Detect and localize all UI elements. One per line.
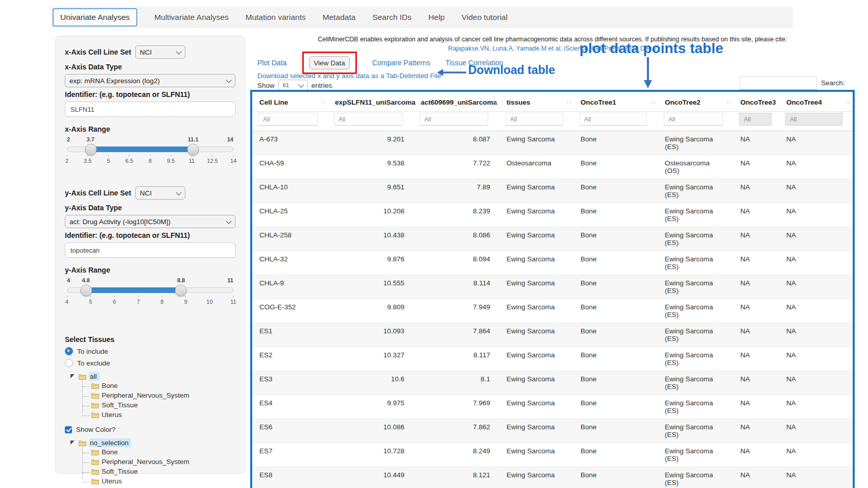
cell: NA xyxy=(779,179,853,203)
slider-handle-to[interactable] xyxy=(187,143,199,155)
y-identifier-input[interactable] xyxy=(65,242,235,258)
nav-tab-video-tutorial[interactable]: Video tutorial xyxy=(462,13,508,22)
x-cell-line-set-select[interactable]: NCI xyxy=(135,45,185,59)
cell: NA xyxy=(779,203,853,227)
x-cell-line-set-value: NCI xyxy=(140,48,152,56)
tab-compare-patterns[interactable]: Compare Patterns xyxy=(372,59,430,67)
tree-root-no-selection[interactable]: no_selection xyxy=(70,438,235,447)
filter-input-cell-line[interactable] xyxy=(258,113,318,126)
nav-tab-multivariate-analyses[interactable]: Multivariate Analyses xyxy=(154,13,229,22)
folder-icon xyxy=(79,440,86,446)
tree-node-bone[interactable]: Bone xyxy=(82,381,235,391)
y-cell-line-set-value: NCI xyxy=(140,189,152,197)
radio-option-to-include[interactable]: To include xyxy=(65,347,235,355)
column-header-oncotree4[interactable]: OncoTree4↑↓ xyxy=(779,92,853,112)
table-header-row: Cell Line↑↓expSLFN11_uniSarcoma↑↓act6096… xyxy=(252,92,853,112)
tab-view-data[interactable]: View Data xyxy=(309,56,350,69)
column-header-oncotree2[interactable]: OncoTree2↑↓ xyxy=(658,92,733,112)
annotation-download-table-label: Download table xyxy=(468,63,555,77)
cell: Ewing Sarcoma (ES) xyxy=(658,179,733,203)
cell: Ewing Sarcoma xyxy=(499,227,573,251)
slider-handle-to[interactable] xyxy=(175,284,187,296)
column-header-tissues[interactable]: tissues↑↓ xyxy=(499,92,573,112)
cell: 10.449 xyxy=(328,467,414,488)
search-input[interactable] xyxy=(739,76,817,90)
x-identifier-input[interactable] xyxy=(65,102,235,117)
nav-tab-metadata[interactable]: Metadata xyxy=(323,13,356,22)
cell: NA xyxy=(733,443,779,467)
y-cell-line-set-select[interactable]: NCI xyxy=(135,186,185,200)
nav-tab-univariate-analyses[interactable]: Univariate Analyses xyxy=(53,8,137,27)
nav-tab-mutation-variants[interactable]: Mutation variants xyxy=(246,13,306,22)
slider-tick: 12.5 xyxy=(207,155,218,164)
tree-node-label: Peripheral_Nervous_System xyxy=(102,392,189,399)
cell: Ewing Sarcoma (ES) xyxy=(658,299,733,323)
cell: NA xyxy=(733,419,779,443)
expand-arrow-icon[interactable] xyxy=(70,374,75,378)
sort-icon: ↑↓ xyxy=(566,99,571,105)
cell: NA xyxy=(779,275,853,299)
filter-input-oncotree4 xyxy=(785,113,842,126)
tree-root-all[interactable]: all xyxy=(70,372,235,381)
tree-node-soft-tissue[interactable]: Soft_Tissue xyxy=(82,467,235,476)
sort-icon: ↑↓ xyxy=(492,99,497,105)
chevron-down-icon xyxy=(176,189,181,195)
cell: 8.117 xyxy=(414,347,499,371)
y-identifier-label: Identifier: (e.g. topotecan or SLFN11) xyxy=(65,231,235,239)
cell: Osteosarcoma xyxy=(499,155,573,179)
cell: CHLA-10 xyxy=(252,179,328,203)
tree-node-uterus[interactable]: Uterus xyxy=(82,476,235,486)
slider-value-label: 8.8 xyxy=(177,277,185,283)
cell: Bone xyxy=(573,395,658,419)
cell: 10.728 xyxy=(328,443,414,467)
column-header-act609699-unisarcoma[interactable]: act609699_uniSarcoma↑↓ xyxy=(414,92,499,112)
nav-tab-search-ids[interactable]: Search IDs xyxy=(372,13,412,22)
radio-option-to-exclude[interactable]: To exclude xyxy=(65,359,235,367)
tree-root-label: all xyxy=(89,372,100,381)
nav-tab-help[interactable]: Help xyxy=(428,13,445,22)
cell: NA xyxy=(733,155,779,179)
cell: NA xyxy=(733,179,779,203)
slider-tick: 5 xyxy=(89,296,92,305)
expand-arrow-icon[interactable] xyxy=(70,441,75,445)
table-filter-row xyxy=(252,112,853,131)
cell: 8.1 xyxy=(414,371,499,395)
cell: Ewing Sarcoma (ES) xyxy=(658,467,733,488)
slider-handle-from[interactable] xyxy=(85,143,97,155)
filter-input-expslfn11-unisarcoma[interactable] xyxy=(334,113,402,126)
download-link[interactable]: Download selected x and y axis data as a… xyxy=(257,72,441,80)
y-range-slider: 44.88.8114567891011 xyxy=(67,277,233,313)
column-header-cell-line[interactable]: Cell Line↑↓ xyxy=(252,92,328,112)
cell: Bone xyxy=(573,371,658,395)
slider-handle-from[interactable] xyxy=(81,284,92,296)
column-header-expslfn11-unisarcoma[interactable]: expSLFN11_uniSarcoma↑↓ xyxy=(328,92,414,112)
tree-node-soft-tissue[interactable]: Soft_Tissue xyxy=(82,400,235,410)
slider-value-label: 11 xyxy=(227,277,233,283)
cell: NA xyxy=(779,419,853,443)
cell: Bone xyxy=(573,155,658,179)
tab-plot-data[interactable]: Plot Data xyxy=(257,59,287,67)
tree-node-peripheral-nervous-system[interactable]: Peripheral_Nervous_System xyxy=(82,457,235,467)
citation-link[interactable]: Rajapakse.VN, Luna.A, Yamade.M et al. iS… xyxy=(250,45,855,52)
chevron-down-icon xyxy=(176,48,181,54)
show-color-checkbox[interactable]: Show Color? xyxy=(65,426,235,433)
tree-node-peripheral-nervous-system[interactable]: Peripheral_Nervous_System xyxy=(82,391,235,400)
filter-input-act609699-unisarcoma[interactable] xyxy=(420,113,488,126)
slider-value-label: 4 xyxy=(67,277,70,283)
entries-select[interactable]: 61 xyxy=(278,80,308,91)
cell: Ewing Sarcoma xyxy=(499,371,573,395)
x-data-type-select[interactable]: exp: mRNA Expression (log2) xyxy=(65,74,235,87)
sort-icon: ↑↓ xyxy=(650,99,656,105)
filter-input-oncotree1[interactable] xyxy=(580,113,647,126)
y-data-type-select[interactable]: act: Drug Activity (-log10[IC50M]) xyxy=(65,215,235,228)
column-header-oncotree3[interactable]: OncoTree3↑↓ xyxy=(733,92,779,112)
cell: Ewing Sarcoma (ES) xyxy=(658,251,733,275)
column-header-oncotree1[interactable]: OncoTree1↑↓ xyxy=(573,92,658,112)
filter-input-tissues[interactable] xyxy=(505,113,563,126)
top-nav: Univariate AnalysesMultivariate Analyses… xyxy=(51,7,793,28)
tree-node-uterus[interactable]: Uterus xyxy=(82,410,235,420)
tree-node-bone[interactable]: Bone xyxy=(82,447,235,457)
entries-select-value: 61 xyxy=(283,82,289,88)
filter-input-oncotree2[interactable] xyxy=(664,113,723,126)
slider-tick: 6.5 xyxy=(126,155,133,164)
